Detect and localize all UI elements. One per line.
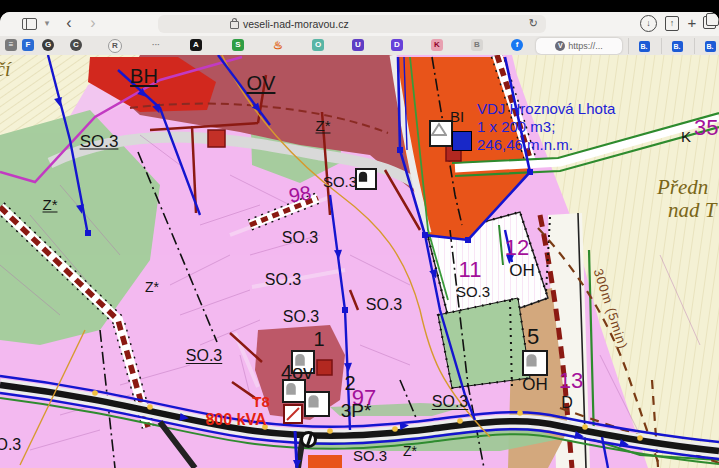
url-text: veseli-nad-moravou.cz (230, 17, 349, 31)
slashed-square-icon (283, 404, 303, 424)
zone-label-so3: SO.3 (432, 394, 468, 410)
zone-label-z: Z* (43, 197, 58, 212)
address-bar[interactable]: veseli-nad-moravou.cz ↻ (158, 15, 546, 33)
zone-label-z: Z* (145, 280, 159, 294)
browser-toolbar: ▾ ‹ › veseli-nad-moravou.cz ↻ ↓ ↑ + (0, 12, 719, 36)
back-button[interactable]: ‹ (60, 14, 78, 32)
zone-label-z: Z* (403, 444, 417, 458)
zone-label-so3: SO.3 (0, 437, 21, 453)
house-icon (304, 391, 330, 417)
zone-label-so3: SO.3 (456, 284, 490, 299)
new-tab-button[interactable]: + (683, 14, 701, 32)
share-button[interactable]: ↑ (665, 16, 679, 31)
zone-label-so3: SO.3 (323, 174, 357, 189)
zone-label-so3: SO.3 (265, 272, 301, 288)
favicon[interactable]: f (511, 39, 523, 51)
favicon[interactable]: U (352, 39, 364, 51)
parcel-number: 11 (459, 259, 482, 281)
zone-label-oh: OH (509, 262, 535, 279)
monument-icon (355, 168, 377, 190)
favicon[interactable]: D (391, 39, 403, 51)
parcel-number: 3P* (341, 401, 372, 420)
favicon[interactable]: A (190, 39, 202, 51)
zone-label-so3: SO.3 (80, 133, 119, 150)
favicon[interactable]: ≡ (5, 39, 17, 51)
locality-name: Předn (657, 177, 708, 198)
favicon[interactable]: ··· (150, 39, 162, 51)
browser-window: ▾ ‹ › veseli-nad-moravou.cz ↻ ↓ ↑ + ≡ F … (0, 12, 719, 468)
favicon[interactable]: R (108, 39, 122, 53)
reservoir-annotation: 1 x 200 m3; (477, 119, 555, 134)
tab[interactable]: B. (628, 38, 659, 54)
parcel-number: 98 (287, 182, 312, 206)
zone-label-so3: SO.3 (283, 309, 319, 325)
zone-label-ov: OV (247, 73, 276, 93)
parcel-number: 4ov (281, 362, 313, 382)
parcel-number: 5 (527, 326, 539, 348)
transformer-capacity-label: 800 kVA (205, 412, 266, 428)
zone-label-so3: SO.3 (366, 297, 402, 313)
favicon[interactable]: ♨ (272, 39, 284, 51)
tab[interactable]: B. (661, 38, 692, 54)
zone-label-z: Z* (316, 118, 331, 133)
zone-label-so3: SO.3 (282, 230, 318, 246)
zone-label-bh: BH (130, 66, 158, 86)
zone-label-so3: SO.3 (186, 348, 222, 364)
lock-icon (230, 21, 239, 29)
tab-overview-button[interactable] (703, 16, 716, 29)
tab-title: https://... (568, 41, 603, 51)
locality-name: čí (0, 59, 10, 79)
parcel-number: 1 (313, 329, 324, 349)
parcel-number: 12 (505, 237, 529, 259)
transformer-label: T8 (252, 394, 270, 409)
reservoir-annotation: 246,46 m.n.m. (477, 137, 573, 152)
tab[interactable]: B. (694, 38, 719, 54)
reservoir-annotation: VDJ Hroznová Lhota (477, 101, 615, 116)
favicon[interactable]: C (70, 39, 82, 51)
locality-name: nad T (668, 200, 716, 221)
house-icon (522, 350, 548, 376)
zone-label-oh: OH (522, 376, 548, 393)
favorites-bar: ≡ F G C R ··· A S ♨ O U D K B f V https:… (0, 36, 719, 56)
zone-label-d: D (561, 395, 573, 411)
route-number: 35 (694, 117, 718, 139)
favicon[interactable]: G (42, 39, 54, 51)
zone-label-so3: SO.3 (353, 448, 387, 463)
tab-favicon: V (555, 41, 565, 51)
favicon[interactable]: K (431, 39, 443, 51)
favicon[interactable]: O (312, 39, 324, 51)
well-icon (300, 431, 317, 448)
favicon[interactable]: B (471, 39, 483, 51)
pump-station-icon (452, 131, 472, 151)
route-label-k: K (681, 129, 691, 144)
reload-icon[interactable]: ↻ (529, 17, 538, 30)
favicon[interactable]: S (232, 39, 244, 51)
favicon[interactable]: F (22, 39, 34, 51)
forward-button[interactable]: › (84, 14, 102, 32)
active-tab[interactable]: V https://... (536, 38, 622, 54)
parcel-number: 13 (559, 370, 583, 392)
sidebar-icon[interactable] (22, 18, 37, 30)
zoning-map[interactable]: čí BH OV Z* SO.3 SO.3 98 Z* Z* SO.3 SO.3… (0, 55, 719, 468)
downloads-button[interactable]: ↓ (640, 15, 657, 32)
chevron-down-icon[interactable]: ▾ (38, 14, 56, 32)
zone-label-bi: BI (450, 109, 464, 124)
